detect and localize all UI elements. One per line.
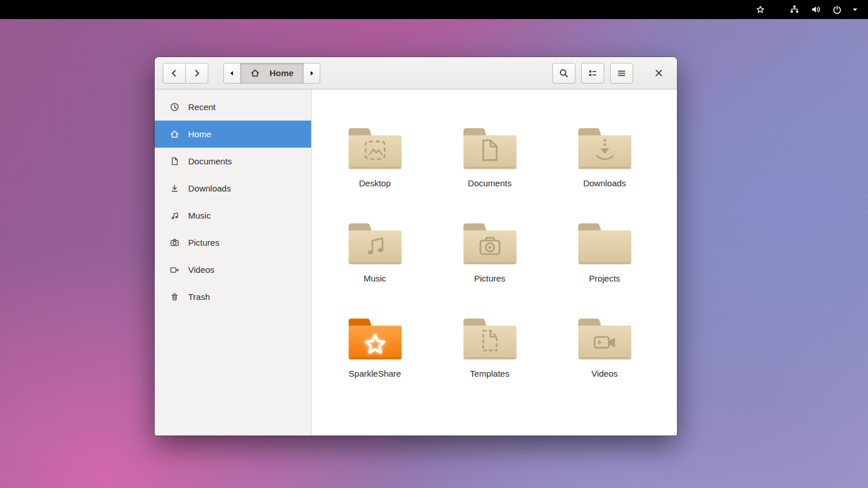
documents-icon — [170, 156, 179, 166]
file-label: Documents — [468, 178, 512, 188]
favorites-icon[interactable] — [755, 5, 765, 15]
file-label: Templates — [470, 369, 509, 378]
sidebar-item-label: Documents — [188, 156, 232, 166]
view-list-icon — [588, 68, 598, 78]
recent-icon — [170, 102, 179, 112]
view-toggle-button[interactable] — [581, 63, 604, 84]
sidebar-item-label: Music — [188, 211, 211, 220]
music-icon — [170, 211, 179, 220]
file-pictures[interactable]: Pictures — [432, 202, 547, 297]
sidebar-item-documents[interactable]: Documents — [155, 148, 311, 175]
file-videos[interactable]: Videos — [547, 297, 662, 392]
sidebar-item-trash[interactable]: Trash — [155, 283, 311, 310]
file-label: Pictures — [474, 273, 505, 283]
content-area: Desktop Documents Downloads Music — [312, 89, 677, 436]
sidebar-item-pictures[interactable]: Pictures — [155, 229, 311, 256]
file-label: Videos — [592, 369, 618, 378]
header-bar: Home — [155, 57, 677, 89]
sidebar: Recent Home Documents Downloads Music Pi… — [155, 89, 312, 436]
power-icon[interactable] — [832, 5, 842, 15]
path-bar: Home — [223, 63, 320, 84]
file-grid: Desktop Documents Downloads Music — [312, 89, 677, 392]
file-sparkleshare[interactable]: SparkleShare — [317, 297, 432, 392]
file-label: Projects — [589, 273, 620, 283]
sidebar-item-recent[interactable]: Recent — [155, 93, 311, 121]
path-next-button[interactable] — [303, 63, 320, 84]
network-icon[interactable] — [789, 5, 799, 15]
header-actions — [552, 63, 633, 84]
home-icon — [250, 68, 260, 78]
navigation-buttons — [163, 63, 208, 84]
sidebar-item-label: Trash — [188, 292, 210, 302]
search-button[interactable] — [552, 63, 575, 84]
search-icon — [559, 68, 569, 78]
file-manager-window: Home Recent Home Documents Downloads Mus… — [155, 57, 677, 436]
sidebar-item-music[interactable]: Music — [155, 202, 311, 229]
folder-icon — [575, 219, 634, 269]
file-label: Downloads — [583, 178, 626, 188]
sidebar-item-label: Downloads — [188, 183, 231, 193]
downloads-icon — [170, 183, 179, 193]
folder-icon — [346, 314, 405, 364]
back-button[interactable] — [163, 63, 186, 84]
file-projects[interactable]: Projects — [547, 202, 662, 297]
trash-icon — [170, 292, 179, 302]
hamburger-icon — [616, 68, 627, 78]
top-bar — [0, 0, 868, 19]
path-previous-button[interactable] — [223, 63, 241, 84]
file-documents[interactable]: Documents — [432, 107, 547, 202]
close-icon — [653, 67, 664, 78]
folder-icon — [346, 124, 405, 174]
volume-icon[interactable] — [810, 5, 821, 15]
file-music[interactable]: Music — [317, 202, 432, 297]
forward-button[interactable] — [185, 63, 208, 84]
folder-icon — [575, 314, 634, 364]
menu-button[interactable] — [610, 63, 633, 84]
chevron-down-icon[interactable] — [850, 5, 860, 15]
pictures-icon — [170, 238, 179, 247]
sidebar-item-label: Home — [188, 129, 211, 139]
file-label: Desktop — [359, 178, 391, 188]
file-label: SparkleShare — [349, 369, 401, 378]
path-location-label: Home — [270, 68, 294, 78]
system-tray — [755, 5, 860, 15]
file-templates[interactable]: Templates — [432, 297, 547, 392]
sidebar-item-downloads[interactable]: Downloads — [155, 175, 311, 202]
home-icon — [170, 129, 179, 139]
videos-icon — [170, 265, 179, 275]
folder-icon — [575, 124, 634, 174]
sidebar-item-home[interactable]: Home — [155, 121, 311, 148]
folder-icon — [461, 314, 519, 364]
sidebar-item-label: Videos — [188, 265, 215, 275]
close-button[interactable] — [648, 63, 669, 84]
sidebar-item-videos[interactable]: Videos — [155, 256, 311, 283]
sidebar-list: Recent Home Documents Downloads Music Pi… — [155, 93, 311, 310]
file-label: Music — [364, 273, 386, 283]
folder-icon — [461, 219, 519, 269]
folder-icon — [346, 219, 405, 269]
sidebar-item-label: Recent — [188, 102, 216, 112]
sidebar-item-label: Pictures — [188, 238, 219, 247]
path-home-button[interactable]: Home — [240, 63, 304, 84]
file-downloads[interactable]: Downloads — [547, 107, 662, 202]
file-desktop[interactable]: Desktop — [317, 107, 432, 202]
folder-icon — [461, 124, 519, 174]
